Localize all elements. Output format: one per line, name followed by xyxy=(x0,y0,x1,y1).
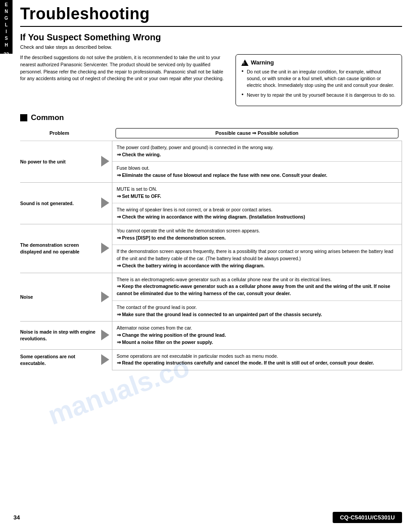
table-row: The demonstration screen displayed and n… xyxy=(20,224,402,273)
table-row: No power to the unit The power cord (bat… xyxy=(20,141,402,182)
solution-header-box: Possible cause ⇒ Possible solution xyxy=(116,128,398,138)
table-row: Noise is made in step with engine revolu… xyxy=(20,322,402,349)
solution-sub-row: The power cord (battery, power and groun… xyxy=(112,141,402,162)
solution-bold: ⇒ Press [DISP] to end the demonstration … xyxy=(117,235,226,240)
warning-triangle-icon xyxy=(241,60,248,66)
section-heading: If You Suspect Something Wrong xyxy=(20,32,402,43)
common-label: Common xyxy=(31,113,64,122)
common-icon xyxy=(20,114,27,121)
header-arrow: ⇒ xyxy=(252,130,257,136)
arrow-cell xyxy=(98,224,112,273)
solution-sub-row: Alternator noise comes from the car. ⇒ C… xyxy=(112,322,402,349)
section-subtext: Check and take steps as described below. xyxy=(20,44,402,50)
title-divider xyxy=(20,26,402,27)
solution-bold: ⇒ Make sure that the ground lead is conn… xyxy=(117,312,322,317)
page-container: E N G L I S H 33 Troubleshooting If You … xyxy=(0,0,411,532)
table-header-row: Problem Possible cause ⇒ Possible soluti… xyxy=(20,126,402,141)
solution-sub-row: Some operations are not executable in pa… xyxy=(112,350,402,370)
arrow-icon xyxy=(101,156,109,167)
warning-item-2: Never try to repair the unit by yourself… xyxy=(241,92,396,99)
solution-sub-row: The wiring of speaker lines is not corre… xyxy=(112,203,402,224)
arrow-cell xyxy=(98,349,112,370)
solution-cell: Alternator noise comes from the car. ⇒ C… xyxy=(112,322,402,349)
solution-cell: MUTE is set to ON. ⇒ Set MUTE to OFF. Th… xyxy=(112,182,402,224)
trouble-table: Problem Possible cause ⇒ Possible soluti… xyxy=(20,126,402,370)
solution-sub-row: Fuse blows out. ⇒ Eliminate the cause of… xyxy=(112,161,402,182)
solution-bold: ⇒ Check the wiring in accordance with th… xyxy=(117,214,305,219)
solution-sub-row: You cannot operate the unit while the de… xyxy=(112,224,402,245)
warning-item-1: Do not use the unit in an irregular cond… xyxy=(241,69,396,89)
problem-cell: The demonstration screen displayed and n… xyxy=(20,224,98,273)
solution-cell: You cannot operate the unit while the de… xyxy=(112,224,402,273)
table-row: Sound is not generated. MUTE is set to O… xyxy=(20,182,402,224)
intro-body: If the described suggestions do not solv… xyxy=(20,54,227,106)
arrow-cell xyxy=(98,273,112,322)
side-tab-letters: E N G L I S H xyxy=(4,2,8,48)
arrow-icon xyxy=(101,243,109,253)
problem-cell: Noise xyxy=(20,273,98,322)
table-row: Some operations are not executable. Some… xyxy=(20,349,402,370)
arrow-cell xyxy=(98,182,112,224)
warning-box: Warning Do not use the unit in an irregu… xyxy=(235,54,402,106)
solution-bold: ⇒ Check the battery wiring in accordance… xyxy=(117,263,265,268)
model-badge: CQ-C5401U/C5301U xyxy=(333,512,402,523)
problem-cell: Some operations are not executable. xyxy=(20,349,98,370)
solution-sub-row: If the demonstration screen appears freq… xyxy=(112,245,402,272)
solution-bold: ⇒ Read the operating instructions carefu… xyxy=(117,360,374,365)
common-heading: Common xyxy=(20,113,402,122)
warning-label: Warning xyxy=(251,59,274,66)
problem-cell: Sound is not generated. xyxy=(20,182,98,224)
page-title: Troubleshooting xyxy=(20,4,402,23)
solution-cell: There is an electromagnetic-wave generat… xyxy=(112,273,402,322)
solution-sub-row: There is an electromagnetic-wave generat… xyxy=(112,273,402,300)
problem-cell: No power to the unit xyxy=(20,141,98,182)
solution-bold: ⇒ Set MUTE to OFF. xyxy=(117,193,161,199)
main-content: Troubleshooting If You Suspect Something… xyxy=(13,0,411,379)
possible-cause-label: Possible cause xyxy=(215,130,253,136)
arrow-icon xyxy=(101,197,109,208)
side-tab: E N G L I S H 33 xyxy=(0,0,13,54)
arrow-icon xyxy=(101,292,109,302)
arrow-cell xyxy=(98,141,112,182)
page-footer: 34 CQ-C5401U/C5301U xyxy=(0,512,411,523)
solution-bold: ⇒ Eliminate the cause of fuse blowout an… xyxy=(117,172,328,178)
intro-section: If the described suggestions do not solv… xyxy=(20,54,402,106)
warning-title: Warning xyxy=(241,59,396,66)
solution-sub-row: MUTE is set to ON. ⇒ Set MUTE to OFF. xyxy=(112,183,402,203)
problem-header: Problem xyxy=(20,126,98,141)
solution-cell: The power cord (battery, power and groun… xyxy=(112,141,402,182)
arrow-icon xyxy=(101,330,109,340)
solution-bold: ⇒ Change the wiring position of the grou… xyxy=(117,332,226,345)
side-tab-number: 33 xyxy=(4,51,9,58)
arrow-icon xyxy=(101,354,109,365)
page-number: 34 xyxy=(13,514,20,521)
table-row: Noise There is an electromagnetic-wave g… xyxy=(20,273,402,322)
solution-bold: ⇒ Check the wiring. xyxy=(117,152,161,157)
arrow-cell xyxy=(98,322,112,349)
solution-bold: ⇒ Keep the electromagnetic-wave generato… xyxy=(117,283,390,296)
solution-cell: Some operations are not executable in pa… xyxy=(112,349,402,370)
problem-cell: Noise is made in step with engine revolu… xyxy=(20,322,98,349)
solution-sub-row: The contact of the ground lead is poor. … xyxy=(112,300,402,322)
possible-solution-label: Possible solution xyxy=(258,130,299,136)
warning-list: Do not use the unit in an irregular cond… xyxy=(241,69,396,99)
